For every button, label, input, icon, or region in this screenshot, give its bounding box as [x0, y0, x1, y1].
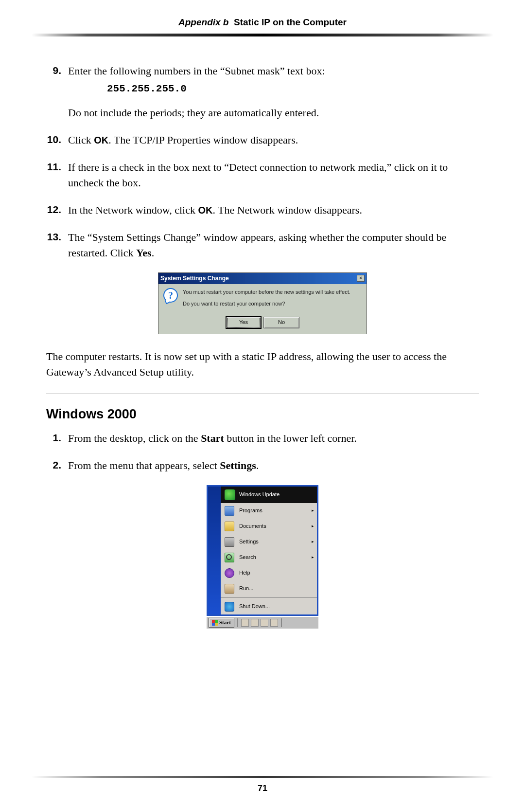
- quicklaunch-icon[interactable]: [241, 619, 249, 627]
- windows-2000-heading: Windows 2000: [46, 405, 479, 424]
- dialog-title: System Settings Change: [160, 274, 229, 283]
- step-body: Enter the following numbers in the “Subn…: [68, 63, 479, 121]
- close-icon[interactable]: ×: [357, 275, 365, 282]
- step-body: From the desktop, click on the Start but…: [68, 431, 479, 446]
- step-9: 9. Enter the following numbers in the “S…: [46, 63, 479, 121]
- page-content: 9. Enter the following numbers in the “S…: [0, 36, 525, 629]
- step-body: Click OK. The TCP/IP Properties window d…: [68, 132, 479, 148]
- menu-separator: [221, 597, 317, 598]
- yes-label: Yes: [136, 247, 152, 259]
- yes-button[interactable]: Yes: [226, 316, 262, 329]
- step-number: 2.: [46, 458, 68, 473]
- step-number: 10.: [46, 132, 68, 148]
- section-divider: [46, 394, 479, 394]
- step-number: 1.: [46, 431, 68, 446]
- page-number: 71: [0, 783, 525, 794]
- quicklaunch-icon[interactable]: [270, 619, 278, 627]
- run-item[interactable]: Run...: [221, 581, 317, 596]
- documents-icon: [225, 522, 234, 531]
- sidebar-brand: Windows 2000 Professional: [200, 529, 210, 612]
- submenu-arrow-icon: ▸: [312, 539, 314, 545]
- taskbar-separator: [281, 618, 282, 627]
- step-note: Do not include the periods; they are aut…: [68, 105, 479, 121]
- submenu-arrow-icon: ▸: [312, 507, 314, 514]
- step-number: 11.: [46, 160, 68, 191]
- programs-item[interactable]: Programs ▸: [221, 503, 317, 519]
- settings-label: Settings: [220, 459, 256, 471]
- dialog-text: You must restart your computer before th…: [183, 288, 350, 308]
- dialog-buttons: YesNo: [158, 311, 367, 334]
- step-10: 10. Click OK. The TCP/IP Properties wind…: [46, 132, 479, 148]
- w2k-step-1: 1. From the desktop, click on the Start …: [46, 431, 479, 446]
- windows-update-item[interactable]: Windows Update: [221, 487, 317, 503]
- dialog-body: ? You must restart your computer before …: [158, 284, 367, 311]
- no-button[interactable]: No: [263, 317, 299, 328]
- shutdown-icon: [225, 602, 234, 612]
- start-label: Start: [201, 432, 224, 444]
- dialog-line2: Do you want to restart your computer now…: [183, 300, 350, 308]
- page-header: Appendix b Static IP on the Computer: [0, 0, 525, 36]
- header-title: Appendix b Static IP on the Computer: [0, 17, 525, 28]
- step-13: 13. The “System Settings Change” window …: [46, 230, 479, 261]
- windows-update-icon: [225, 489, 235, 500]
- step-body: In the Network window, click OK. The Net…: [68, 202, 479, 218]
- step-12: 12. In the Network window, click OK. The…: [46, 202, 479, 218]
- help-item[interactable]: Help: [221, 565, 317, 581]
- windows-flag-icon: [212, 620, 218, 626]
- documents-item[interactable]: Documents ▸: [221, 519, 317, 534]
- start-button[interactable]: Start: [209, 618, 234, 628]
- w2k-step-2: 2. From the menu that appears, select Se…: [46, 458, 479, 473]
- run-icon: [225, 584, 234, 594]
- subnet-mask-value: 255.255.255.0: [107, 82, 479, 96]
- start-menu-body: Windows Update Programs ▸ Documents ▸ Se…: [221, 487, 317, 614]
- start-menu-figure: Windows 2000 Professional Windows Update…: [207, 485, 318, 629]
- start-menu-sidebar: Windows 2000 Professional: [208, 487, 221, 614]
- step-number: 12.: [46, 202, 68, 218]
- submenu-arrow-icon: ▸: [312, 523, 314, 529]
- restart-paragraph: The computer restarts. It is now set up …: [46, 349, 479, 380]
- settings-icon: [225, 537, 234, 547]
- step-body: From the menu that appears, select Setti…: [68, 458, 479, 473]
- system-settings-dialog-figure: System Settings Change × ? You must rest…: [158, 272, 367, 335]
- step-11: 11. If there is a check in the box next …: [46, 160, 479, 191]
- ok-label: OK: [94, 135, 108, 145]
- dialog-line1: You must restart your computer before th…: [183, 288, 350, 297]
- programs-icon: [225, 506, 234, 516]
- search-icon: [225, 553, 234, 562]
- shutdown-item[interactable]: Shut Down...: [221, 599, 317, 614]
- system-settings-dialog: System Settings Change × ? You must rest…: [158, 272, 367, 335]
- appendix-label: Appendix b: [178, 17, 228, 27]
- ok-label: OK: [198, 205, 212, 216]
- step-text: Enter the following numbers in the “Subn…: [68, 65, 325, 77]
- settings-item[interactable]: Settings ▸: [221, 534, 317, 550]
- help-icon: [225, 568, 234, 578]
- header-chapter: Static IP on the Computer: [234, 17, 347, 27]
- quicklaunch-icon[interactable]: [261, 619, 268, 627]
- submenu-arrow-icon: ▸: [312, 554, 314, 560]
- quicklaunch-icon[interactable]: [251, 619, 259, 627]
- step-body: The “System Settings Change” window appe…: [68, 230, 479, 261]
- footer-rule: [32, 776, 493, 778]
- taskbar-separator: [237, 618, 238, 627]
- question-icon: ?: [163, 288, 178, 303]
- step-body: If there is a check in the box next to “…: [68, 160, 479, 191]
- dialog-titlebar: System Settings Change ×: [158, 273, 367, 284]
- taskbar: Start: [207, 616, 318, 629]
- step-number: 13.: [46, 230, 68, 261]
- step-number: 9.: [46, 63, 68, 121]
- start-menu: Windows 2000 Professional Windows Update…: [207, 485, 318, 616]
- search-item[interactable]: Search ▸: [221, 550, 317, 565]
